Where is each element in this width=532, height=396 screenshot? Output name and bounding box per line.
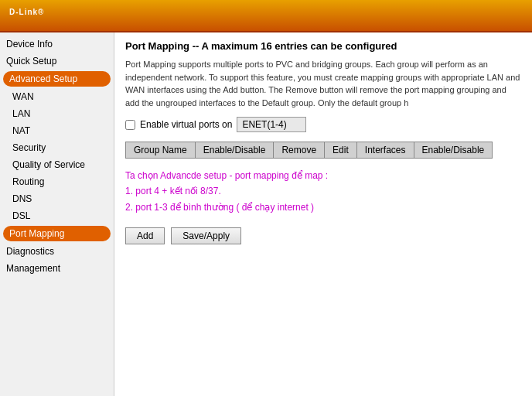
col-interfaces: Interfaces (356, 142, 414, 159)
save-apply-button[interactable]: Save/Apply (171, 227, 241, 244)
instructions-block: Ta chọn Advancde setup - port mapping để… (125, 168, 521, 215)
col-group-name: Group Name (126, 142, 196, 159)
page-title: Port Mapping -- A maximum 16 entries can… (125, 40, 521, 52)
sidebar-item-management[interactable]: Management (0, 260, 114, 277)
main-layout: Device Info Quick Setup Advanced Setup W… (0, 32, 532, 396)
virtual-ports-row: Enable virtual ports on (125, 117, 521, 132)
logo-text: D-Link (9, 8, 38, 16)
sidebar-item-port-mapping[interactable]: Port Mapping (3, 226, 111, 241)
virtual-ports-label: Enable virtual ports on (140, 119, 232, 130)
sidebar-item-device-info[interactable]: Device Info (0, 36, 114, 53)
sidebar-item-qos[interactable]: Quality of Service (0, 156, 114, 173)
sidebar-item-lan[interactable]: LAN (0, 105, 114, 122)
col-enable-disable-1: Enable/Disable (195, 142, 274, 159)
sidebar-item-quick-setup[interactable]: Quick Setup (0, 53, 114, 70)
virtual-ports-checkbox[interactable] (125, 120, 135, 130)
description-text: Port Mapping supports multiple ports to … (125, 58, 521, 109)
col-enable-disable-2: Enable/Disable (414, 142, 493, 159)
button-row: Add Save/Apply (125, 227, 521, 244)
sidebar-item-advanced-setup[interactable]: Advanced Setup (3, 71, 111, 87)
sidebar-item-diagnostics[interactable]: Diagnostics (0, 243, 114, 260)
logo-tm: ® (38, 8, 44, 16)
col-edit: Edit (325, 142, 357, 159)
table-header-row: Group Name Enable/Disable Remove Edit In… (126, 142, 493, 159)
sidebar: Device Info Quick Setup Advanced Setup W… (0, 32, 114, 396)
port-mapping-table: Group Name Enable/Disable Remove Edit In… (125, 142, 493, 159)
sidebar-item-routing[interactable]: Routing (0, 173, 114, 190)
header: D-Link® (0, 0, 532, 32)
sidebar-item-dns[interactable]: DNS (0, 190, 114, 207)
instruction-line-3: 2. port 1-3 để bình thường ( để chạy int… (125, 200, 521, 215)
logo: D-Link® (9, 5, 44, 26)
instruction-line-1: Ta chọn Advancde setup - port mapping để… (125, 168, 521, 183)
sidebar-item-wan[interactable]: WAN (0, 88, 114, 105)
sidebar-item-security[interactable]: Security (0, 139, 114, 156)
instruction-line-2: 1. port 4 + kết nối 8/37. (125, 183, 521, 199)
col-remove: Remove (274, 142, 325, 159)
virtual-ports-input[interactable] (237, 117, 306, 132)
add-button[interactable]: Add (125, 227, 165, 244)
sidebar-item-dsl[interactable]: DSL (0, 207, 114, 224)
content-area: Port Mapping -- A maximum 16 entries can… (114, 32, 532, 396)
sidebar-item-nat[interactable]: NAT (0, 122, 114, 139)
